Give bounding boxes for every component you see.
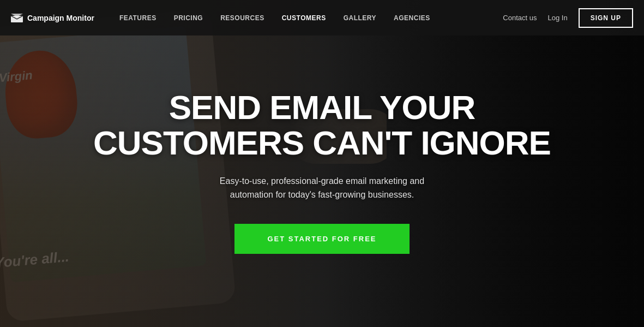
hero-section: Virgin You're all... Campaign Monitor FE… [0,0,644,327]
nav-item-resources[interactable]: RESOURCES [212,0,273,35]
nav-links: FEATURES PRICING RESOURCES CUSTOMERS GAL… [111,0,503,35]
main-nav: Campaign Monitor FEATURES PRICING RESOUR… [0,0,644,35]
login-link[interactable]: Log In [548,14,568,22]
nav-right-actions: Contact us Log In SIGN UP [503,8,633,28]
hero-title: SEND EMAIL YOUR CUSTOMERS CAN'T IGNORE [77,90,568,160]
nav-item-features[interactable]: FEATURES [111,0,165,35]
nav-item-pricing[interactable]: PRICING [165,0,212,35]
brand-logo[interactable]: Campaign Monitor [11,14,94,22]
hero-content: SEND EMAIL YOUR CUSTOMERS CAN'T IGNORE E… [0,0,644,327]
hero-subtitle: Easy-to-use, professional-grade email ma… [213,174,431,202]
logo-icon [11,14,23,22]
cta-button[interactable]: GET STARTED FOR FREE [234,224,409,254]
nav-item-gallery[interactable]: GALLERY [335,0,385,35]
signup-button[interactable]: SIGN UP [579,8,633,28]
contact-link[interactable]: Contact us [503,14,537,22]
nav-item-agencies[interactable]: AGENCIES [385,0,439,35]
nav-item-customers[interactable]: CUSTOMERS [273,0,335,35]
brand-name: Campaign Monitor [27,14,94,22]
